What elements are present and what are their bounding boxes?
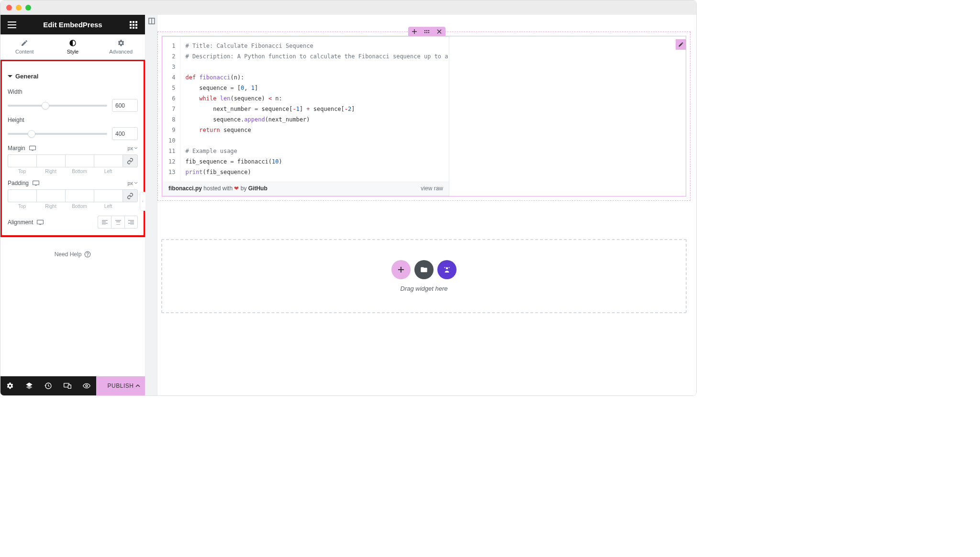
dropzone-label: Drag widget here xyxy=(401,285,448,292)
padding-unit-select[interactable]: px xyxy=(127,180,138,186)
sidebar-header: Edit EmbedPress xyxy=(0,15,145,34)
svg-point-40 xyxy=(426,30,427,31)
padding-label: Padding xyxy=(8,180,29,186)
margin-link-toggle[interactable] xyxy=(122,154,138,167)
svg-rect-5 xyxy=(135,21,137,23)
chevron-down-icon xyxy=(134,181,138,185)
style-general-section-highlight: General Width Height Margin xyxy=(0,60,145,237)
add-widget-button[interactable] xyxy=(391,260,411,279)
svg-rect-16 xyxy=(37,220,44,224)
align-left-button[interactable] xyxy=(98,216,111,229)
view-raw-link[interactable]: view raw xyxy=(421,185,443,192)
panel-collapse-handle[interactable]: ‹ xyxy=(140,192,145,211)
need-help-link[interactable]: Need Help xyxy=(0,237,145,272)
edit-element-button[interactable] xyxy=(676,39,686,50)
height-label: Height xyxy=(8,117,138,123)
code-content: # Title: Calculate Fibonacci Sequence # … xyxy=(180,37,449,181)
history-icon[interactable] xyxy=(39,376,58,395)
align-right-button[interactable] xyxy=(124,216,138,229)
template-library-button[interactable] xyxy=(414,260,434,279)
svg-rect-3 xyxy=(130,21,132,23)
margin-label: Margin xyxy=(8,145,25,152)
margin-unit-select[interactable]: px xyxy=(127,145,138,151)
add-section-button[interactable] xyxy=(408,27,421,36)
height-slider[interactable] xyxy=(8,133,107,135)
editor-canvas: ‹ 12345678910111213 xyxy=(145,15,696,395)
tabs: Content Style Advanced xyxy=(0,34,145,60)
margin-inputs: Top Right Bottom Left xyxy=(8,154,138,174)
bottom-toolbar: PUBLISH xyxy=(0,376,145,395)
svg-rect-33 xyxy=(68,385,71,388)
drag-section-handle[interactable] xyxy=(421,27,433,36)
svg-point-34 xyxy=(86,385,88,387)
section-toolbar xyxy=(408,27,445,36)
window-titlebar xyxy=(0,0,696,15)
width-slider[interactable] xyxy=(8,105,107,107)
tab-style-label: Style xyxy=(67,49,78,55)
menu-icon[interactable] xyxy=(6,19,18,31)
margin-right-input[interactable] xyxy=(36,154,65,167)
page-title: Edit EmbedPress xyxy=(18,21,128,29)
padding-bottom-input[interactable] xyxy=(65,189,94,202)
padding-left-input[interactable] xyxy=(94,189,122,202)
width-input[interactable] xyxy=(112,99,138,112)
heart-icon: ❤ xyxy=(234,185,239,192)
align-center-button[interactable] xyxy=(111,216,124,229)
svg-point-50 xyxy=(444,267,445,268)
responsive-mode-icon[interactable] xyxy=(58,376,77,395)
margin-top-input[interactable] xyxy=(8,154,36,167)
padding-top-input[interactable] xyxy=(8,189,36,202)
settings-icon[interactable] xyxy=(0,376,20,395)
ai-button[interactable] xyxy=(437,260,457,279)
margin-left-input[interactable] xyxy=(94,154,122,167)
help-icon xyxy=(84,251,91,258)
responsive-icon[interactable] xyxy=(33,180,39,186)
close-window-icon[interactable] xyxy=(6,5,12,11)
navigator-icon[interactable] xyxy=(20,376,39,395)
svg-rect-11 xyxy=(135,27,137,29)
svg-point-49 xyxy=(446,267,448,270)
padding-right-input[interactable] xyxy=(36,189,65,202)
padding-link-toggle[interactable] xyxy=(122,189,138,202)
responsive-icon[interactable] xyxy=(29,145,36,151)
caret-down-icon xyxy=(8,75,12,77)
publish-button[interactable]: PUBLISH xyxy=(96,376,145,395)
section-general-header[interactable]: General xyxy=(8,65,138,86)
tab-advanced[interactable]: Advanced xyxy=(97,34,145,59)
svg-rect-7 xyxy=(133,24,134,26)
column-structure-icon[interactable] xyxy=(145,15,157,27)
tab-advanced-label: Advanced xyxy=(109,49,133,55)
svg-rect-10 xyxy=(133,27,134,29)
line-numbers: 12345678910111213 xyxy=(163,37,180,181)
widgets-icon[interactable] xyxy=(128,19,139,31)
maximize-window-icon[interactable] xyxy=(25,5,31,11)
svg-rect-12 xyxy=(29,146,35,150)
svg-point-39 xyxy=(424,30,425,31)
minimize-window-icon[interactable] xyxy=(16,5,22,11)
svg-rect-14 xyxy=(33,181,39,185)
alignment-label: Alignment xyxy=(8,219,33,226)
svg-point-42 xyxy=(424,32,425,33)
margin-bottom-input[interactable] xyxy=(65,154,94,167)
svg-point-41 xyxy=(428,30,429,31)
height-input[interactable] xyxy=(112,127,138,140)
svg-point-31 xyxy=(88,256,88,256)
chevron-up-icon[interactable] xyxy=(135,383,140,388)
svg-rect-8 xyxy=(135,24,137,26)
section-general-title: General xyxy=(15,73,38,80)
preview-icon[interactable] xyxy=(77,376,96,395)
gist-filename[interactable]: fibonacci.py xyxy=(168,185,202,192)
chevron-down-icon xyxy=(134,146,138,150)
svg-point-43 xyxy=(426,32,427,33)
svg-rect-4 xyxy=(133,21,134,23)
section-container[interactable]: 12345678910111213 # Title: Calculate Fib… xyxy=(157,32,690,201)
drop-widget-zone[interactable]: Drag widget here xyxy=(161,239,687,313)
delete-section-button[interactable] xyxy=(433,27,445,36)
gist-embed: 12345678910111213 # Title: Calculate Fib… xyxy=(162,36,449,196)
tab-content[interactable]: Content xyxy=(0,34,49,59)
padding-inputs: Top Right Bottom Left xyxy=(8,189,138,209)
structure-column: ‹ xyxy=(145,15,157,395)
responsive-icon[interactable] xyxy=(37,219,44,225)
github-link[interactable]: GitHub xyxy=(248,185,267,192)
tab-style[interactable]: Style xyxy=(49,34,97,59)
